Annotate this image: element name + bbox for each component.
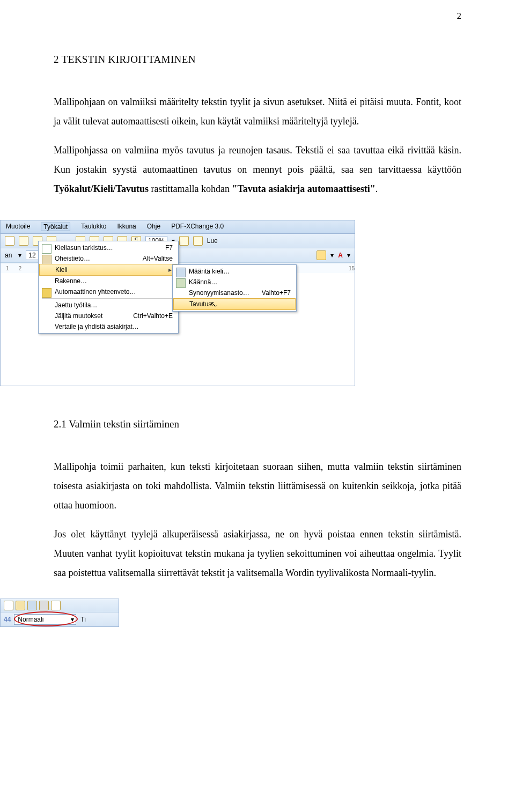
p2-part-e: . bbox=[376, 183, 378, 194]
p2-menu-path: Työkalut/Kieli/Tavutus bbox=[54, 183, 149, 194]
spellcheck-icon bbox=[42, 244, 52, 254]
menu-item-jaljita[interactable]: Jäljitä muutokset Ctrl+Vaihto+E bbox=[39, 311, 178, 321]
menu-item-autoyhteenveto[interactable]: Automaattinen yhteenveto… bbox=[39, 286, 178, 297]
save-icon[interactable] bbox=[27, 601, 37, 610]
cut-icon[interactable] bbox=[19, 236, 28, 246]
abc-check-icon[interactable] bbox=[5, 236, 14, 246]
highlight-icon[interactable] bbox=[317, 250, 326, 260]
shortcut-label: Vaihto+F7 bbox=[262, 289, 291, 297]
style-dropdown[interactable]: Normaali ▾ bbox=[14, 614, 76, 625]
print-icon[interactable] bbox=[39, 601, 49, 610]
section-heading: 2 TEKSTIN KIRJOITTAMINEN bbox=[54, 54, 461, 65]
menu-item-oheistieto[interactable]: Oheistieto… Alt+Valitse bbox=[39, 253, 178, 264]
highlight-dropdown-icon[interactable]: ▾ bbox=[330, 252, 334, 259]
paragraph-3: Mallipohja toimii parhaiten, kun teksti … bbox=[54, 457, 461, 515]
kieli-submenu: Määritä kieli… Käännä… Synonyymisanasto…… bbox=[172, 264, 297, 312]
menu-muotoile[interactable]: Muotoile bbox=[6, 223, 30, 231]
tools-dropdown: Kieliasun tarkistus… F7 Oheistieto… Alt+… bbox=[38, 241, 179, 334]
set-language-icon bbox=[176, 268, 186, 277]
preview-icon[interactable] bbox=[51, 601, 61, 610]
menu-ikkuna[interactable]: Ikkuna bbox=[117, 223, 136, 231]
paragraph-2: Mallipohjassa on valmiina myös tavutus j… bbox=[54, 141, 461, 198]
menu-item-kieliasu[interactable]: Kieliasun tarkistus… F7 bbox=[39, 242, 178, 253]
menu-item-kaanna[interactable]: Käännä… bbox=[173, 277, 296, 287]
menu-pdf[interactable]: PDF-XChange 3.0 bbox=[171, 223, 224, 231]
lue-label[interactable]: Lue bbox=[207, 237, 218, 245]
auto-summary-icon bbox=[42, 288, 52, 298]
menu-taulukko[interactable]: Taulukko bbox=[81, 223, 106, 231]
menu-item-vertaile[interactable]: Vertaile ja yhdistä asiakirjat… bbox=[39, 321, 178, 332]
menu-item-maarita-kieli[interactable]: Määritä kieli… bbox=[173, 266, 296, 277]
ruler-mark-2: 2 bbox=[19, 265, 22, 271]
paragraph-4: Jos olet käyttänyt tyylejä alkuperäisess… bbox=[54, 525, 461, 582]
ruler-mark-1: 1 bbox=[6, 265, 9, 271]
shortcut-label: Alt+Valitse bbox=[143, 255, 173, 262]
shortcut-label: F7 bbox=[165, 244, 173, 252]
font-color-icon[interactable]: A bbox=[338, 252, 343, 259]
menu-item-rakenne[interactable]: Rakenne… bbox=[39, 276, 178, 286]
ti-label: Ti bbox=[76, 616, 86, 623]
word-menu-screenshot: Muotoile Työkalut Taulukko Ikkuna Ohje P… bbox=[0, 220, 355, 386]
an-label: an bbox=[5, 252, 14, 259]
translate-icon bbox=[176, 278, 186, 288]
menu-tyokalut[interactable]: Työkalut bbox=[41, 223, 70, 231]
subsection-heading: 2.1 Valmiin tekstin siirtäminen bbox=[54, 418, 461, 430]
menu-separator bbox=[42, 298, 175, 299]
shortcut-label: Ctrl+Vaihto+E bbox=[133, 312, 173, 320]
font-color-dropdown-icon[interactable]: ▾ bbox=[347, 252, 350, 259]
small-toolbar bbox=[1, 599, 119, 612]
p2-option-label: "Tavuta asiakirja automaattisesti" bbox=[232, 183, 376, 194]
p2-part-a: Mallipohjassa on valmiina myös tavutus j… bbox=[54, 145, 461, 175]
menu-item-kieli[interactable]: Kieli bbox=[39, 264, 178, 276]
p2-part-c: rastittamalla kohdan bbox=[149, 183, 232, 194]
style-value: Normaali bbox=[18, 616, 43, 623]
style-row: 44 Normaali ▾ Ti bbox=[1, 612, 119, 626]
open-icon[interactable] bbox=[16, 601, 25, 610]
menu-item-synonyymit[interactable]: Synonyymisanasto… Vaihto+F7 bbox=[173, 287, 296, 298]
menu-item-jaettu[interactable]: Jaettu työtila… bbox=[39, 300, 178, 311]
fontsize-box[interactable]: 12 bbox=[26, 250, 38, 260]
style-dropdown-icon[interactable]: ▾ bbox=[71, 616, 74, 623]
menu-item-tavutus[interactable]: Tavutus… ↖ bbox=[173, 298, 296, 310]
style-dropdown-screenshot: 44 Normaali ▾ Ti bbox=[0, 599, 119, 627]
help-icon[interactable] bbox=[179, 236, 189, 246]
font-num-label[interactable]: 44 bbox=[4, 616, 14, 623]
read-icon[interactable] bbox=[193, 236, 203, 246]
ruler-mark-15: 15 bbox=[349, 265, 355, 271]
page-number: 2 bbox=[457, 11, 462, 21]
menubar: Muotoile Työkalut Taulukko Ikkuna Ohje P… bbox=[1, 220, 355, 234]
paragraph-1: Mallipohjaan on valmiiksi määritelty tek… bbox=[54, 92, 461, 131]
an-dropdown-icon[interactable]: ▾ bbox=[18, 252, 21, 259]
new-icon[interactable] bbox=[4, 601, 13, 610]
research-icon bbox=[42, 255, 52, 264]
menu-ohje[interactable]: Ohje bbox=[147, 223, 160, 231]
